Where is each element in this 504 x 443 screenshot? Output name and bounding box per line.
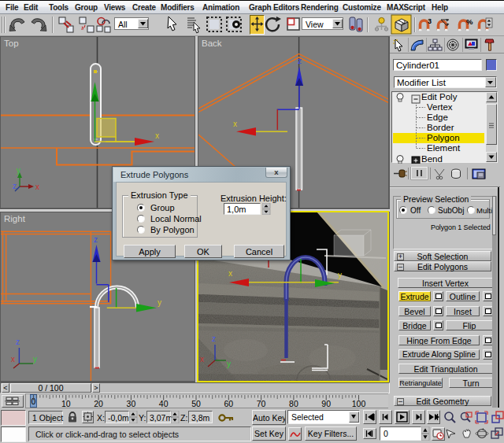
svg-text:x: x xyxy=(35,183,39,191)
svg-text:y: y xyxy=(17,166,20,175)
svg-text:y: y xyxy=(158,298,161,307)
svg-text:3: 3 xyxy=(428,17,432,25)
svg-text:%: % xyxy=(466,17,473,26)
svg-text:y: y xyxy=(338,271,342,279)
svg-text:50: 50 xyxy=(191,399,201,408)
svg-text:30: 30 xyxy=(127,399,136,408)
svg-text:y: y xyxy=(227,360,231,368)
svg-text:z: z xyxy=(94,235,98,244)
svg-text:x: x xyxy=(228,269,232,278)
svg-text:y: y xyxy=(33,355,37,364)
svg-text:x: x xyxy=(233,120,237,128)
svg-text:x: x xyxy=(200,355,204,364)
svg-text:10: 10 xyxy=(61,399,71,408)
svg-text:60: 60 xyxy=(224,399,233,408)
svg-text:z: z xyxy=(298,57,302,65)
svg-text:x: x xyxy=(155,131,159,140)
svg-text:40: 40 xyxy=(159,399,169,408)
svg-text:z: z xyxy=(212,334,216,343)
svg-text:80: 80 xyxy=(289,399,298,408)
svg-text:z: z xyxy=(16,338,20,346)
svg-text:x: x xyxy=(11,355,15,364)
svg-text:100: 100 xyxy=(352,399,366,408)
svg-text:20: 20 xyxy=(94,399,103,408)
svg-text:70: 70 xyxy=(257,399,266,408)
svg-text:90: 90 xyxy=(321,399,331,408)
svg-text:z: z xyxy=(13,182,17,190)
